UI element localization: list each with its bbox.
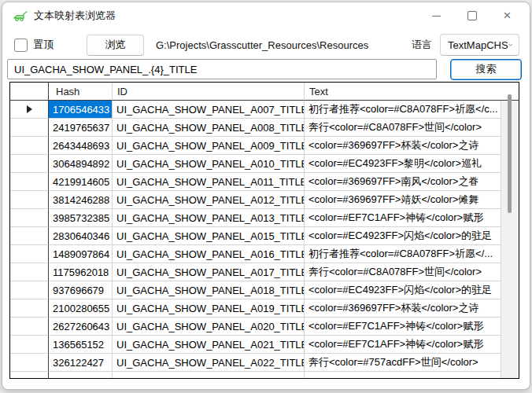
hash-cell[interactable]: 326122427 bbox=[49, 354, 113, 372]
current-row-arrow-icon bbox=[27, 105, 32, 113]
hash-cell[interactable]: 2643448693 bbox=[49, 137, 113, 155]
pin-checkbox[interactable] bbox=[14, 39, 28, 52]
text-cell[interactable]: <color=#369697FF>南风</color>之眷 bbox=[305, 173, 519, 191]
row-header-cell[interactable] bbox=[10, 354, 49, 372]
row-header-cell[interactable] bbox=[10, 137, 49, 155]
id-cell[interactable]: UI_GACHA_SHOW_PANEL_A022_TITLE bbox=[113, 354, 305, 372]
text-cell[interactable]: <color=#EC4923FF>闪焰</color>的驻足 bbox=[305, 227, 519, 245]
title-bar: 文本映射表浏览器 × bbox=[2, 2, 530, 29]
text-cell[interactable]: <color=#EC4923FF>闪焰</color>的驻足 bbox=[305, 281, 519, 299]
hash-cell[interactable]: 3064894892 bbox=[49, 155, 113, 173]
id-cell[interactable]: UI_GACHA_SHOW_PANEL_A013_TITLE bbox=[113, 209, 305, 227]
id-cell[interactable]: UI_GACHA_SHOW_PANEL_A021_TITLE bbox=[113, 336, 305, 354]
id-cell[interactable]: UI_GACHA_SHOW_PANEL_A011_TITLE bbox=[113, 173, 305, 191]
window-title: 文本映射表浏览器 bbox=[34, 9, 116, 23]
column-header-id[interactable]: ID bbox=[113, 83, 305, 101]
row-header-cell[interactable] bbox=[10, 336, 49, 354]
vertical-scrollbar[interactable] bbox=[501, 101, 519, 378]
table-row[interactable]: 2419765637UI_GACHA_SHOW_PANEL_A008_TITLE… bbox=[10, 119, 519, 137]
table-row[interactable]: 3064894892UI_GACHA_SHOW_PANEL_A010_TITLE… bbox=[10, 155, 519, 173]
text-cell[interactable]: <color=#369697FF>杯装</color>之诗 bbox=[305, 299, 519, 318]
table-row[interactable]: 1489097864UI_GACHA_SHOW_PANEL_A016_TITLE… bbox=[10, 245, 519, 263]
search-input[interactable]: UI_GACHA_SHOW_PANEL_.{4}_TITLE bbox=[7, 59, 437, 79]
row-header-cell[interactable] bbox=[10, 318, 49, 336]
table-row[interactable]: 326122427UI_GACHA_SHOW_PANEL_A022_TITLE奔… bbox=[10, 354, 519, 372]
hash-cell[interactable]: 2627260643 bbox=[49, 318, 113, 336]
table-row[interactable]: 1175962018UI_GACHA_SHOW_PANEL_A017_TITLE… bbox=[10, 263, 519, 281]
text-cell[interactable]: <color=#EF7C1AFF>神铸</color>赋形 bbox=[305, 336, 519, 354]
language-dropdown[interactable]: TextMapCHS bbox=[440, 34, 519, 56]
text-cell[interactable]: 初行者推荐<color=#C8A078FF>祈愿</... bbox=[305, 245, 519, 263]
hash-cell[interactable]: 937696679 bbox=[49, 281, 113, 299]
maximize-button[interactable] bbox=[454, 4, 490, 28]
row-header-cell[interactable] bbox=[10, 173, 49, 191]
text-cell[interactable]: <color=#369697FF>杯装</color>之诗 bbox=[305, 137, 519, 155]
browse-button[interactable]: 浏览 bbox=[87, 35, 144, 56]
text-cell[interactable]: <color=#369697FF>靖妖</color>傩舞 bbox=[305, 191, 519, 209]
scrollbar-thumb[interactable] bbox=[508, 94, 512, 213]
grid-body: 1706546433UI_GACHA_SHOW_PANEL_A007_TITLE… bbox=[10, 101, 519, 379]
pin-label: 置顶 bbox=[33, 38, 54, 52]
row-header-cell[interactable] bbox=[10, 263, 49, 281]
hash-cell[interactable]: 3814246288 bbox=[49, 191, 113, 209]
hash-cell[interactable]: 136565152 bbox=[49, 336, 113, 354]
text-cell[interactable]: <color=#EF7C1AFF>神铸</color>赋形 bbox=[305, 318, 519, 336]
hash-cell[interactable]: 2830640346 bbox=[49, 227, 113, 245]
row-header-cell[interactable] bbox=[10, 209, 49, 227]
table-row[interactable]: 1706546433UI_GACHA_SHOW_PANEL_A007_TITLE… bbox=[10, 101, 519, 119]
row-header-cell[interactable] bbox=[10, 299, 49, 318]
close-button[interactable]: × bbox=[490, 4, 525, 28]
minimize-button[interactable] bbox=[419, 4, 454, 28]
hash-cell[interactable]: 2419765637 bbox=[49, 119, 113, 137]
id-cell[interactable]: UI_GACHA_SHOW_PANEL_A017_TITLE bbox=[113, 263, 305, 281]
id-cell[interactable]: UI_GACHA_SHOW_PANEL_A012_TITLE bbox=[113, 191, 305, 209]
row-header-column bbox=[10, 83, 49, 101]
table-row[interactable]: 2643448693UI_GACHA_SHOW_PANEL_A009_TITLE… bbox=[10, 137, 519, 155]
text-cell[interactable]: 奔行<color=#C8A078FF>世间</color> bbox=[305, 263, 519, 281]
id-cell[interactable]: UI_GACHA_SHOW_PANEL_A015_TITLE bbox=[113, 227, 305, 245]
row-header-cell[interactable] bbox=[10, 101, 49, 119]
id-cell[interactable]: UI_GACHA_SHOW_PANEL_A007_TITLE bbox=[113, 101, 305, 119]
table-row[interactable]: 3814246288UI_GACHA_SHOW_PANEL_A012_TITLE… bbox=[10, 191, 519, 209]
id-cell[interactable]: UI_GACHA_SHOW_PANEL_A008_TITLE bbox=[113, 119, 305, 137]
hash-cell[interactable]: 2100280655 bbox=[49, 299, 113, 318]
id-cell[interactable]: UI_GACHA_SHOW_PANEL_A010_TITLE bbox=[113, 155, 305, 173]
id-cell[interactable]: UI_GACHA_SHOW_PANEL_A018_TITLE bbox=[113, 281, 305, 299]
textmap-table: Hash ID Text 1706546433UI_GACHA_SHOW_PAN… bbox=[9, 82, 519, 379]
id-cell bbox=[113, 372, 305, 379]
table-row[interactable]: 3985732385UI_GACHA_SHOW_PANEL_A013_TITLE… bbox=[10, 209, 519, 227]
pin-on-top-option[interactable]: 置顶 bbox=[14, 38, 54, 52]
hash-cell[interactable]: 3985732385 bbox=[49, 209, 113, 227]
id-cell[interactable]: UI_GACHA_SHOW_PANEL_A009_TITLE bbox=[113, 137, 305, 155]
row-header-cell[interactable] bbox=[10, 227, 49, 245]
language-value: TextMapCHS bbox=[448, 39, 508, 51]
table-row[interactable]: 4219914605UI_GACHA_SHOW_PANEL_A011_TITLE… bbox=[10, 173, 519, 191]
table-row[interactable]: 2830640346UI_GACHA_SHOW_PANEL_A015_TITLE… bbox=[10, 227, 519, 245]
table-row[interactable]: 937696679UI_GACHA_SHOW_PANEL_A018_TITLE<… bbox=[10, 281, 519, 299]
search-button[interactable]: 搜索 bbox=[450, 59, 522, 80]
id-cell[interactable]: UI_GACHA_SHOW_PANEL_A020_TITLE bbox=[113, 318, 305, 336]
table-row[interactable]: 2627260643UI_GACHA_SHOW_PANEL_A020_TITLE… bbox=[10, 318, 519, 336]
row-header-cell[interactable] bbox=[10, 155, 49, 173]
search-row: UI_GACHA_SHOW_PANEL_.{4}_TITLE 搜索 bbox=[7, 59, 525, 79]
hash-cell[interactable]: 1706546433 bbox=[49, 101, 113, 119]
table-row[interactable]: 2100280655UI_GACHA_SHOW_PANEL_A019_TITLE… bbox=[10, 299, 519, 318]
row-header-cell[interactable] bbox=[10, 281, 49, 299]
column-header-hash[interactable]: Hash bbox=[49, 83, 113, 101]
row-header-cell[interactable] bbox=[10, 245, 49, 263]
text-cell[interactable]: <color=#EC4923FF>黎明</color>巡礼 bbox=[305, 155, 519, 173]
id-cell[interactable]: UI_GACHA_SHOW_PANEL_A016_TITLE bbox=[113, 245, 305, 263]
id-cell[interactable]: UI_GACHA_SHOW_PANEL_A019_TITLE bbox=[113, 299, 305, 318]
hash-cell[interactable]: 1175962018 bbox=[49, 263, 113, 281]
row-header-cell[interactable] bbox=[10, 119, 49, 137]
text-cell[interactable]: 奔行<color=#C8A078FF>世间</color> bbox=[305, 119, 519, 137]
row-header-cell[interactable] bbox=[10, 191, 49, 209]
text-cell[interactable]: 初行者推荐<color=#C8A078FF>祈愿</c... bbox=[305, 101, 519, 119]
hash-cell[interactable]: 1489097864 bbox=[49, 245, 113, 263]
hash-cell[interactable]: 4219914605 bbox=[49, 173, 113, 191]
table-row[interactable]: 136565152UI_GACHA_SHOW_PANEL_A021_TITLE<… bbox=[10, 336, 519, 354]
text-cell[interactable]: 奔行<color=#757acdFF>世间</color> bbox=[305, 354, 519, 372]
minimize-icon bbox=[432, 16, 441, 17]
text-cell[interactable]: <color=#EF7C1AFF>神铸</color>赋形 bbox=[305, 209, 519, 227]
column-header-text[interactable]: Text bbox=[305, 83, 519, 101]
